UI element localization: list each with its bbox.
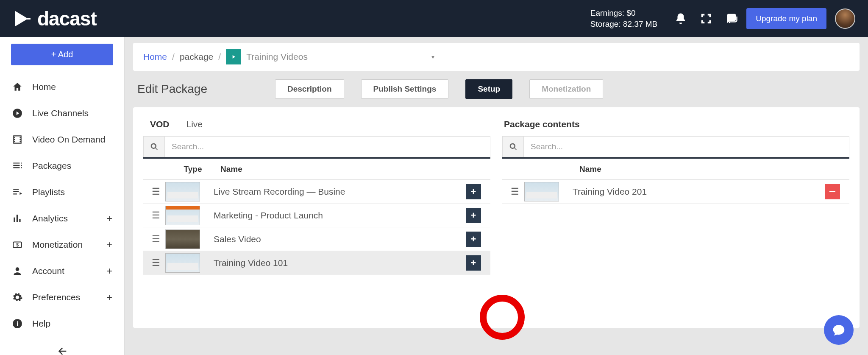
search-icon bbox=[144, 137, 165, 157]
source-search-input[interactable] bbox=[165, 137, 490, 157]
nav-monetization[interactable]: $ Monetization + bbox=[0, 232, 124, 258]
home-icon bbox=[12, 81, 23, 92]
package-type-icon bbox=[226, 49, 241, 64]
drag-handle-icon[interactable]: ☰ bbox=[147, 257, 165, 268]
add-to-package-button[interactable]: + bbox=[466, 255, 481, 271]
nav-preferences[interactable]: Preferences + bbox=[0, 284, 124, 310]
tab-setup[interactable]: Setup bbox=[465, 79, 512, 99]
source-tab-vod[interactable]: VOD bbox=[150, 119, 170, 129]
nav-playlists[interactable]: Playlists bbox=[0, 179, 124, 205]
svg-point-3 bbox=[16, 267, 19, 271]
account-icon bbox=[12, 266, 23, 277]
monetization-icon: $ bbox=[12, 239, 23, 250]
source-row[interactable]: ☰Sales Video+ bbox=[143, 227, 490, 251]
video-thumbnail bbox=[524, 182, 559, 201]
source-search bbox=[143, 136, 490, 157]
drag-handle-icon[interactable]: ☰ bbox=[147, 186, 165, 197]
nav-label: Preferences bbox=[32, 292, 80, 302]
nav-label: Account bbox=[32, 266, 64, 276]
source-row[interactable]: ☰Live Stream Recording — Busine+ bbox=[143, 180, 490, 204]
page-header: Edit Package Description Publish Setting… bbox=[137, 79, 855, 99]
nav-home[interactable]: Home bbox=[0, 74, 124, 100]
nav-label: Video On Demand bbox=[32, 134, 105, 145]
tab-description[interactable]: Description bbox=[275, 79, 344, 99]
expand-icon: + bbox=[106, 265, 112, 277]
col-type-label: Type bbox=[165, 165, 220, 174]
drag-handle-icon[interactable]: ☰ bbox=[147, 234, 165, 245]
breadcrumb-dropdown-caret[interactable]: ▾ bbox=[431, 53, 434, 60]
add-button[interactable]: + Add bbox=[11, 44, 113, 65]
source-list-panel: VOD Live Type Name ☰Live S bbox=[143, 117, 490, 318]
breadcrumb-package[interactable]: package bbox=[180, 52, 213, 62]
nav-label: Playlists bbox=[32, 187, 65, 197]
col-name-label: Name bbox=[220, 165, 461, 174]
svg-text:i: i bbox=[17, 320, 18, 327]
brand-logo[interactable]: dacast bbox=[13, 7, 97, 30]
user-avatar[interactable] bbox=[835, 8, 855, 29]
drag-handle-icon[interactable]: ☰ bbox=[147, 210, 165, 221]
source-row[interactable]: ☰Marketing - Product Launch+ bbox=[143, 204, 490, 227]
arrow-left-icon bbox=[56, 345, 68, 355]
source-row[interactable]: ☰Training Video 101+ bbox=[143, 251, 490, 275]
nav-label: Analytics bbox=[32, 213, 68, 224]
setup-panel: VOD Live Type Name ☰Live S bbox=[133, 107, 860, 328]
gear-icon bbox=[12, 292, 23, 303]
search-icon bbox=[503, 137, 524, 157]
source-content-tabs: VOD Live bbox=[143, 117, 490, 136]
sidebar: + Add Home Live Channels Video On Demand… bbox=[0, 37, 125, 355]
fullscreen-icon[interactable] bbox=[700, 12, 712, 25]
main-nav: Home Live Channels Video On Demand Packa… bbox=[0, 74, 124, 337]
expand-icon: + bbox=[106, 212, 112, 224]
breadcrumb-current: Training Videos bbox=[246, 52, 308, 62]
nav-analytics[interactable]: Analytics + bbox=[0, 205, 124, 232]
video-thumbnail bbox=[165, 253, 200, 273]
source-tab-live[interactable]: Live bbox=[186, 119, 203, 129]
analytics-icon bbox=[12, 213, 23, 224]
contents-table-header: Name bbox=[502, 159, 849, 180]
nav-account[interactable]: Account + bbox=[0, 258, 124, 284]
video-name: Marketing - Product Launch bbox=[214, 210, 466, 221]
nav-packages[interactable]: Packages bbox=[0, 153, 124, 179]
tab-monetization[interactable]: Monetization bbox=[529, 79, 603, 99]
add-to-package-button[interactable]: + bbox=[466, 184, 481, 199]
add-to-package-button[interactable]: + bbox=[466, 232, 481, 247]
video-thumbnail bbox=[165, 182, 200, 201]
upgrade-plan-button[interactable]: Upgrade my plan bbox=[746, 8, 826, 29]
remove-from-package-button[interactable] bbox=[825, 184, 840, 199]
bell-icon[interactable] bbox=[674, 12, 687, 25]
collapse-sidebar-button[interactable] bbox=[0, 337, 124, 355]
breadcrumb: Home / package / Training Videos ▾ bbox=[133, 43, 860, 71]
breadcrumb-home[interactable]: Home bbox=[143, 52, 167, 62]
nav-label: Live Channels bbox=[32, 108, 89, 118]
nav-live-channels[interactable]: Live Channels bbox=[0, 100, 124, 126]
add-to-package-button[interactable]: + bbox=[466, 208, 481, 223]
main-content: Home / package / Training Videos ▾ Edit … bbox=[125, 37, 868, 355]
chat-bubble-icon bbox=[832, 323, 846, 337]
nav-label: Help bbox=[32, 319, 50, 329]
nav-help[interactable]: i Help bbox=[0, 310, 124, 337]
video-thumbnail bbox=[165, 206, 200, 225]
video-name: Sales Video bbox=[214, 234, 466, 244]
contents-search-input[interactable] bbox=[524, 137, 849, 157]
contents-search bbox=[502, 136, 849, 157]
video-thumbnail bbox=[165, 229, 200, 249]
support-chat-button[interactable] bbox=[824, 315, 854, 345]
expand-icon: + bbox=[106, 239, 112, 251]
chat-icon[interactable] bbox=[725, 12, 738, 25]
nav-label: Packages bbox=[32, 161, 71, 171]
drag-handle-icon[interactable]: ☰ bbox=[506, 186, 524, 197]
svg-text:$: $ bbox=[16, 242, 19, 247]
package-contents-panel: Package contents Name ☰Training Video 20… bbox=[502, 117, 849, 318]
video-name: Live Stream Recording — Busine bbox=[214, 187, 466, 197]
video-name: Training Video 101 bbox=[214, 258, 466, 268]
nav-label: Home bbox=[32, 82, 56, 92]
expand-icon: + bbox=[106, 291, 112, 303]
contents-row[interactable]: ☰Training Video 201 bbox=[502, 180, 849, 204]
film-icon bbox=[12, 134, 23, 145]
account-stats: Earnings: $0 Storage: 82.37 MB bbox=[590, 8, 657, 29]
nav-vod[interactable]: Video On Demand bbox=[0, 126, 124, 153]
source-table-header: Type Name bbox=[143, 159, 490, 180]
tab-publish-settings[interactable]: Publish Settings bbox=[361, 79, 449, 99]
topbar: dacast Earnings: $0 Storage: 82.37 MB Up… bbox=[0, 0, 868, 37]
dacast-logo-icon bbox=[13, 8, 33, 29]
